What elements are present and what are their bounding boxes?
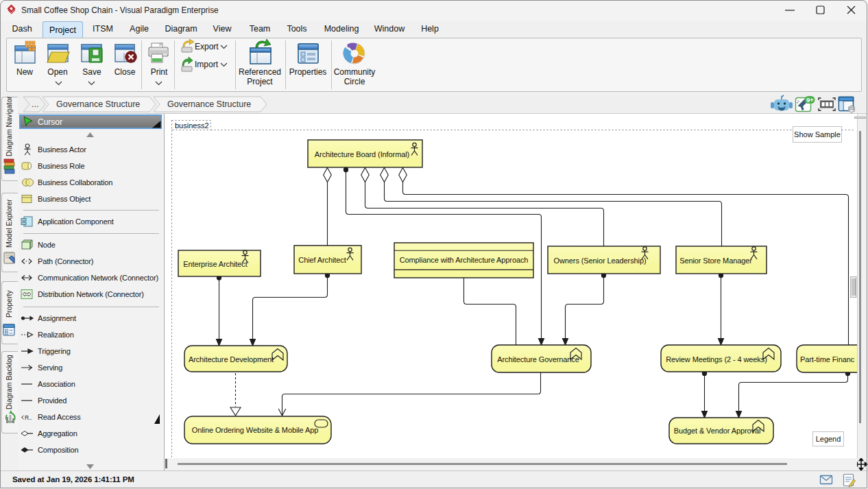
svg-text:Chief Architect: Chief Architect [298, 256, 346, 264]
svg-text:business2: business2 [175, 121, 209, 130]
svg-text:..: .. [29, 414, 32, 421]
svg-text:Show Sample: Show Sample [794, 130, 841, 139]
svg-text:Architecture Board (Informal): Architecture Board (Informal) [315, 150, 409, 158]
svg-text:Senior Store Manager: Senior Store Manager [679, 257, 752, 265]
svg-text:Review Meetings (2 - 4 weeks): Review Meetings (2 - 4 weeks) [666, 355, 767, 363]
svg-text:Governance Structure: Governance Structure [56, 99, 140, 109]
svg-text:Owners (Senior Leadership): Owners (Senior Leadership) [554, 257, 647, 265]
svg-text:Architecture Governance: Architecture Governance [497, 355, 579, 363]
svg-text:Enterprise Architect: Enterprise Architect [183, 260, 247, 268]
svg-text:Part-time Financ: Part-time Financ [800, 355, 855, 363]
svg-text:Governance Structure: Governance Structure [167, 99, 251, 109]
svg-text:...: ... [32, 99, 38, 109]
svg-text:Compliance with Architecture A: Compliance with Architecture Approach [400, 256, 529, 264]
svg-text:Budget & Vendor Approval: Budget & Vendor Approval [674, 427, 761, 435]
svg-text:Architecture Development: Architecture Development [189, 355, 274, 363]
svg-text:9+: 9+ [806, 97, 813, 104]
svg-text:Online Ordering Website & Mobi: Online Ordering Website & Mobile App [192, 426, 319, 434]
svg-text:Legend: Legend [816, 435, 841, 443]
